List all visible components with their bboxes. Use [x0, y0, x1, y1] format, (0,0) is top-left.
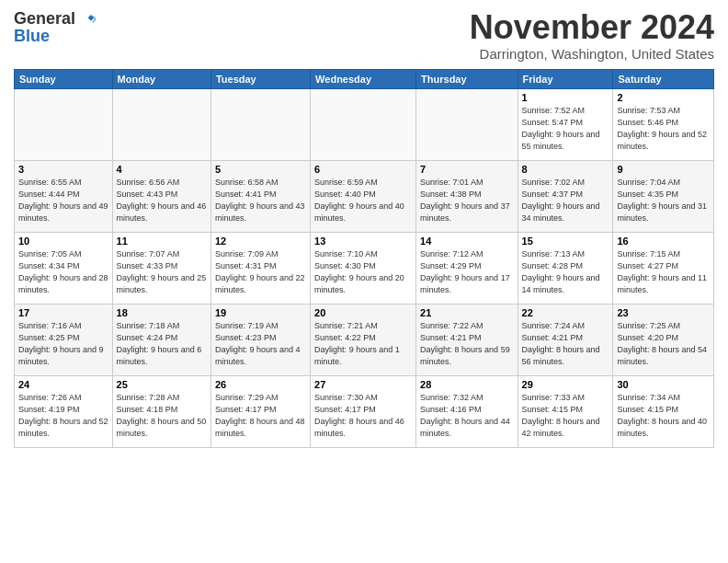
logo-general-text: General [14, 9, 75, 29]
day-detail: Sunrise: 7:34 AMSunset: 4:15 PMDaylight:… [617, 392, 710, 440]
calendar-cell: 3 Sunrise: 6:55 AMSunset: 4:44 PMDayligh… [15, 160, 113, 232]
day-detail: Sunrise: 7:22 AMSunset: 4:21 PMDaylight:… [420, 320, 513, 368]
day-detail: Sunrise: 7:10 AMSunset: 4:30 PMDaylight:… [314, 248, 412, 296]
calendar-cell [416, 88, 518, 160]
logo-text: General [14, 9, 96, 29]
day-number: 24 [18, 379, 108, 390]
header-thursday: Thursday [416, 69, 518, 88]
calendar-header-row: Sunday Monday Tuesday Wednesday Thursday… [15, 69, 714, 88]
calendar-cell: 5 Sunrise: 6:58 AMSunset: 4:41 PMDayligh… [210, 160, 310, 232]
calendar-week-row: 24 Sunrise: 7:26 AMSunset: 4:19 PMDaylig… [15, 375, 714, 447]
day-detail: Sunrise: 7:25 AMSunset: 4:20 PMDaylight:… [617, 320, 710, 368]
calendar-cell: 23 Sunrise: 7:25 AMSunset: 4:20 PMDaylig… [613, 304, 714, 375]
day-detail: Sunrise: 6:58 AMSunset: 4:41 PMDaylight:… [215, 177, 306, 224]
calendar-cell: 17 Sunrise: 7:16 AMSunset: 4:25 PMDaylig… [15, 304, 113, 375]
day-number: 26 [215, 379, 306, 390]
calendar-cell: 30 Sunrise: 7:34 AMSunset: 4:15 PMDaylig… [613, 375, 714, 447]
day-number: 14 [420, 236, 513, 247]
calendar-cell [112, 88, 210, 160]
month-title: November 2024 [470, 9, 714, 46]
day-detail: Sunrise: 7:19 AMSunset: 4:23 PMDaylight:… [215, 320, 306, 368]
calendar-cell [311, 88, 416, 160]
calendar-cell: 14 Sunrise: 7:12 AMSunset: 4:29 PMDaylig… [416, 232, 518, 304]
day-detail: Sunrise: 7:21 AMSunset: 4:22 PMDaylight:… [314, 320, 412, 368]
day-detail: Sunrise: 7:09 AMSunset: 4:31 PMDaylight:… [215, 248, 306, 296]
calendar-cell: 7 Sunrise: 7:01 AMSunset: 4:38 PMDayligh… [416, 160, 518, 232]
header-tuesday: Tuesday [210, 69, 310, 88]
day-detail: Sunrise: 7:24 AMSunset: 4:21 PMDaylight:… [522, 320, 609, 368]
day-number: 5 [215, 164, 306, 175]
calendar-cell: 1 Sunrise: 7:52 AMSunset: 5:47 PMDayligh… [518, 88, 613, 160]
day-number: 3 [18, 164, 108, 175]
day-detail: Sunrise: 6:59 AMSunset: 4:40 PMDaylight:… [314, 177, 412, 224]
day-number: 18 [117, 307, 207, 318]
day-number: 28 [420, 379, 513, 390]
location: Darrington, Washington, United States [470, 46, 714, 62]
title-section: November 2024 Darrington, Washington, Un… [470, 9, 714, 62]
day-number: 25 [117, 379, 207, 390]
day-number: 11 [117, 236, 207, 247]
calendar-week-row: 3 Sunrise: 6:55 AMSunset: 4:44 PMDayligh… [15, 160, 714, 232]
day-detail: Sunrise: 7:01 AMSunset: 4:38 PMDaylight:… [420, 177, 513, 224]
day-detail: Sunrise: 7:02 AMSunset: 4:37 PMDaylight:… [522, 177, 609, 224]
logo-blue-text: Blue [14, 27, 50, 45]
header-friday: Friday [518, 69, 613, 88]
day-detail: Sunrise: 7:26 AMSunset: 4:19 PMDaylight:… [18, 392, 108, 440]
day-number: 10 [18, 236, 108, 247]
day-detail: Sunrise: 7:32 AMSunset: 4:16 PMDaylight:… [420, 392, 513, 440]
calendar-cell: 22 Sunrise: 7:24 AMSunset: 4:21 PMDaylig… [518, 304, 613, 375]
calendar-cell: 27 Sunrise: 7:30 AMSunset: 4:17 PMDaylig… [311, 375, 416, 447]
calendar-week-row: 17 Sunrise: 7:16 AMSunset: 4:25 PMDaylig… [15, 304, 714, 375]
day-number: 17 [18, 307, 108, 318]
header-wednesday: Wednesday [311, 69, 416, 88]
calendar-cell: 20 Sunrise: 7:21 AMSunset: 4:22 PMDaylig… [311, 304, 416, 375]
day-number: 23 [617, 307, 710, 318]
day-number: 21 [420, 307, 513, 318]
day-detail: Sunrise: 7:15 AMSunset: 4:27 PMDaylight:… [617, 248, 710, 296]
day-detail: Sunrise: 7:13 AMSunset: 4:28 PMDaylight:… [522, 248, 609, 296]
day-number: 22 [522, 307, 609, 318]
day-detail: Sunrise: 7:07 AMSunset: 4:33 PMDaylight:… [117, 248, 207, 296]
calendar-cell: 9 Sunrise: 7:04 AMSunset: 4:35 PMDayligh… [613, 160, 714, 232]
day-detail: Sunrise: 7:29 AMSunset: 4:17 PMDaylight:… [215, 392, 306, 440]
calendar-cell: 26 Sunrise: 7:29 AMSunset: 4:17 PMDaylig… [210, 375, 310, 447]
calendar-cell: 15 Sunrise: 7:13 AMSunset: 4:28 PMDaylig… [518, 232, 613, 304]
calendar-cell: 13 Sunrise: 7:10 AMSunset: 4:30 PMDaylig… [311, 232, 416, 304]
day-number: 1 [522, 92, 609, 103]
calendar-cell: 29 Sunrise: 7:33 AMSunset: 4:15 PMDaylig… [518, 375, 613, 447]
calendar-cell: 19 Sunrise: 7:19 AMSunset: 4:23 PMDaylig… [210, 304, 310, 375]
day-number: 4 [117, 164, 207, 175]
day-number: 16 [617, 236, 710, 247]
calendar-cell: 18 Sunrise: 7:18 AMSunset: 4:24 PMDaylig… [112, 304, 210, 375]
day-detail: Sunrise: 7:28 AMSunset: 4:18 PMDaylight:… [117, 392, 207, 440]
day-detail: Sunrise: 7:33 AMSunset: 4:15 PMDaylight:… [522, 392, 609, 440]
header-saturday: Saturday [613, 69, 714, 88]
calendar-week-row: 1 Sunrise: 7:52 AMSunset: 5:47 PMDayligh… [15, 88, 714, 160]
day-number: 8 [522, 164, 609, 175]
calendar-cell: 8 Sunrise: 7:02 AMSunset: 4:37 PMDayligh… [518, 160, 613, 232]
day-detail: Sunrise: 6:55 AMSunset: 4:44 PMDaylight:… [18, 177, 108, 224]
calendar-cell: 4 Sunrise: 6:56 AMSunset: 4:43 PMDayligh… [112, 160, 210, 232]
day-number: 20 [314, 307, 412, 318]
header-sunday: Sunday [15, 69, 113, 88]
calendar-table: Sunday Monday Tuesday Wednesday Thursday… [14, 69, 714, 448]
day-number: 2 [617, 92, 710, 103]
calendar-cell: 10 Sunrise: 7:05 AMSunset: 4:34 PMDaylig… [15, 232, 113, 304]
calendar-cell [210, 88, 310, 160]
day-detail: Sunrise: 7:52 AMSunset: 5:47 PMDaylight:… [522, 105, 609, 153]
page: General Blue November 2024 Darrington, W… [0, 0, 728, 563]
logo: General Blue [14, 9, 96, 46]
calendar-cell: 24 Sunrise: 7:26 AMSunset: 4:19 PMDaylig… [15, 375, 113, 447]
calendar-cell: 2 Sunrise: 7:53 AMSunset: 5:46 PMDayligh… [613, 88, 714, 160]
day-number: 13 [314, 236, 412, 247]
calendar-week-row: 10 Sunrise: 7:05 AMSunset: 4:34 PMDaylig… [15, 232, 714, 304]
day-detail: Sunrise: 6:56 AMSunset: 4:43 PMDaylight:… [117, 177, 207, 224]
logo-icon [77, 10, 96, 29]
calendar-cell: 12 Sunrise: 7:09 AMSunset: 4:31 PMDaylig… [210, 232, 310, 304]
calendar-cell: 16 Sunrise: 7:15 AMSunset: 4:27 PMDaylig… [613, 232, 714, 304]
day-number: 6 [314, 164, 412, 175]
header-monday: Monday [112, 69, 210, 88]
calendar-cell: 21 Sunrise: 7:22 AMSunset: 4:21 PMDaylig… [416, 304, 518, 375]
calendar-cell [15, 88, 113, 160]
day-detail: Sunrise: 7:16 AMSunset: 4:25 PMDaylight:… [18, 320, 108, 368]
